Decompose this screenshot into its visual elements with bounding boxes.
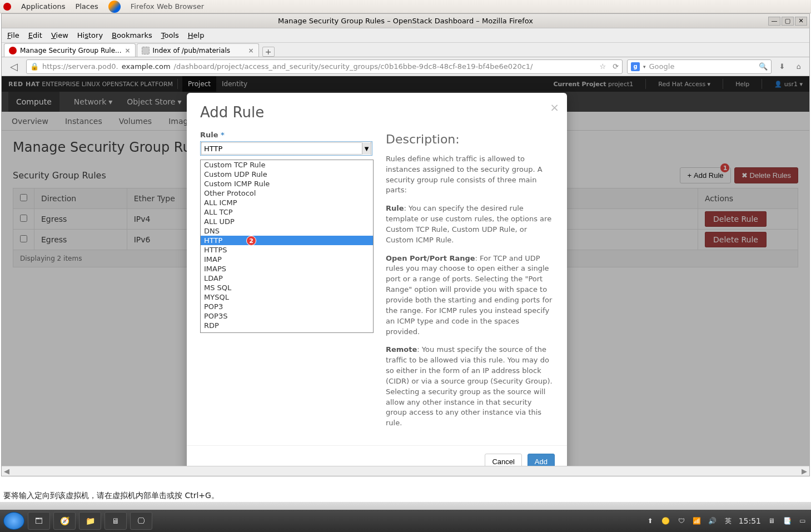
chevron-down-icon[interactable]: ▼ bbox=[362, 142, 371, 155]
tab-label: Manage Security Group Rule... bbox=[20, 47, 121, 54]
rule-option[interactable]: Custom UDP Rule bbox=[201, 170, 373, 179]
rule-option[interactable]: IMAP bbox=[201, 255, 373, 264]
tab-close-icon[interactable]: × bbox=[248, 47, 253, 54]
menu-edit[interactable]: Edit bbox=[28, 31, 42, 39]
menu-file[interactable]: File bbox=[7, 31, 19, 39]
rule-option[interactable]: MS SQL bbox=[201, 283, 373, 292]
search-icon[interactable]: 🔍 bbox=[759, 62, 768, 71]
firefox-icon[interactable] bbox=[108, 1, 121, 13]
url-bar[interactable]: 🔒 https://servera.pod0.example.com/dashb… bbox=[26, 59, 623, 74]
scroll-left-icon[interactable]: ◀ bbox=[4, 467, 9, 475]
rule-option[interactable]: ALL UDP bbox=[201, 217, 373, 226]
tray-icon[interactable]: 🛡 bbox=[676, 516, 686, 526]
rule-option[interactable]: HTTPS bbox=[201, 245, 373, 255]
vm-input-hint: 要将输入定向到该虚拟机，请在虚拟机内部单击或按 Ctrl+G。 bbox=[0, 490, 222, 502]
rule-select-value: HTTP bbox=[204, 145, 222, 153]
bookmark-star-icon[interactable]: ☆ bbox=[599, 62, 606, 71]
scroll-right-icon[interactable]: ▶ bbox=[802, 467, 807, 475]
active-app-title: Firefox Web Browser bbox=[131, 2, 204, 11]
tray-icon[interactable]: 🟡 bbox=[661, 516, 671, 526]
menu-help[interactable]: Help bbox=[188, 31, 205, 39]
taskbar-item[interactable]: 🖥 bbox=[105, 512, 127, 530]
tab-label: Index of /pub/materials bbox=[153, 47, 231, 54]
window-titlebar: Manage Security Group Rules – OpenStack … bbox=[2, 14, 809, 28]
rule-option[interactable]: SMTP bbox=[201, 330, 373, 333]
rule-select[interactable]: HTTP ▼ bbox=[200, 141, 372, 156]
tray-volume-icon[interactable]: 🔊 bbox=[708, 516, 718, 526]
favicon-icon bbox=[9, 47, 17, 54]
taskbar-item[interactable]: 🧭 bbox=[53, 512, 76, 530]
window-close-button[interactable]: ✕ bbox=[795, 17, 807, 26]
tray-icon[interactable]: 🖥 bbox=[767, 516, 777, 526]
description-intro: Rules define which traffic is allowed to… bbox=[386, 154, 554, 196]
add-button[interactable]: Add bbox=[528, 454, 555, 466]
windows-taskbar: 🗔 🧭 📁 🖥 🖵 ⬆ 🟡 🛡 📶 🔊 英 15:51 🖥 📑 ▭ bbox=[0, 510, 811, 532]
cancel-button[interactable]: Cancel bbox=[485, 454, 521, 466]
modal-close-icon[interactable]: × bbox=[550, 101, 559, 114]
firefox-window: Manage Security Group Rules – OpenStack … bbox=[1, 13, 810, 476]
modal-title: Add Rule bbox=[200, 104, 554, 121]
home-icon[interactable]: ⌂ bbox=[793, 61, 805, 73]
system-tray: ⬆ 🟡 🛡 📶 🔊 英 15:51 🖥 📑 ▭ bbox=[645, 516, 808, 526]
tab-openstack[interactable]: Manage Security Group Rule... × bbox=[4, 43, 136, 57]
url-text-prefix: https://servera.pod0. bbox=[42, 62, 118, 71]
rule-dropdown[interactable]: Custom TCP Rule Custom UDP Rule Custom I… bbox=[200, 160, 374, 333]
tray-icon[interactable]: ▭ bbox=[798, 516, 808, 526]
google-icon: g bbox=[631, 62, 640, 71]
rule-option[interactable]: Other Protocol bbox=[201, 188, 373, 198]
taskbar-item[interactable]: 🖵 bbox=[130, 512, 152, 530]
tray-ime-icon[interactable]: 英 bbox=[723, 516, 733, 526]
rule-option[interactable]: MYSQL bbox=[201, 292, 373, 302]
tab-index-materials[interactable]: Index of /pub/materials × bbox=[137, 43, 259, 57]
rule-option[interactable]: POP3 bbox=[201, 302, 373, 311]
window-maximize-button[interactable]: ▢ bbox=[782, 17, 794, 26]
firefox-tabstrip: Manage Security Group Rule... × Index of… bbox=[2, 43, 809, 57]
window-minimize-button[interactable]: — bbox=[768, 17, 780, 26]
rule-option[interactable]: Custom ICMP Rule bbox=[201, 179, 373, 188]
lock-icon: 🔒 bbox=[30, 62, 39, 71]
rule-option[interactable]: ALL TCP bbox=[201, 207, 373, 217]
gnome-top-panel: Applications Places Firefox Web Browser bbox=[0, 0, 811, 13]
description-rule: Rule: You can specify the desired rule t… bbox=[386, 203, 554, 245]
rule-option[interactable]: RDP bbox=[201, 321, 373, 330]
new-tab-button[interactable]: + bbox=[262, 47, 275, 57]
redhat-icon bbox=[3, 3, 11, 11]
rule-option[interactable]: DNS bbox=[201, 226, 373, 236]
rule-option[interactable]: Custom TCP Rule bbox=[201, 160, 373, 170]
search-caret-icon[interactable]: ▾ bbox=[643, 64, 646, 69]
rule-option[interactable]: ALL ICMP bbox=[201, 198, 373, 207]
add-rule-modal: × Add Rule Rule * HTTP ▼ Custom TCP Rule… bbox=[187, 93, 567, 466]
tab-close-icon[interactable]: × bbox=[125, 47, 130, 54]
rule-option[interactable]: POP3S bbox=[201, 311, 373, 321]
description-port: Open Port/Port Range: For TCP and UDP ru… bbox=[386, 253, 554, 337]
applications-menu[interactable]: Applications bbox=[21, 2, 65, 11]
tray-wifi-icon[interactable]: 📶 bbox=[692, 516, 702, 526]
favicon-icon bbox=[142, 47, 150, 54]
reload-icon[interactable]: ⟳ bbox=[613, 62, 619, 71]
search-bar[interactable]: g ▾ Google 🔍 bbox=[627, 59, 772, 74]
menu-bookmarks[interactable]: Bookmarks bbox=[112, 31, 152, 39]
back-button[interactable]: ◁ bbox=[6, 59, 22, 74]
firefox-menubar: File Edit View History Bookmarks Tools H… bbox=[2, 28, 809, 43]
description-heading: Description: bbox=[386, 131, 554, 148]
tray-icon[interactable]: 📑 bbox=[782, 516, 792, 526]
annotation-badge-2: 2 bbox=[246, 236, 256, 246]
window-title: Manage Security Group Rules – OpenStack … bbox=[278, 17, 533, 25]
start-button[interactable] bbox=[3, 512, 24, 530]
tray-clock[interactable]: 15:51 bbox=[739, 516, 761, 525]
rule-option-http[interactable]: HTTP 2 bbox=[201, 236, 373, 245]
url-text-domain: example.com bbox=[122, 62, 171, 71]
rule-option[interactable]: LDAP bbox=[201, 274, 373, 283]
menu-view[interactable]: View bbox=[51, 31, 68, 39]
taskbar-item[interactable]: 📁 bbox=[79, 512, 101, 530]
taskbar-item[interactable]: 🗔 bbox=[28, 512, 50, 530]
downloads-icon[interactable]: ⬇ bbox=[776, 61, 788, 73]
menu-tools[interactable]: Tools bbox=[161, 31, 179, 39]
rule-option[interactable]: IMAPS bbox=[201, 264, 373, 274]
menu-history[interactable]: History bbox=[77, 31, 103, 39]
page-content: RED HAT ENTERPRISE LINUX OPENSTACK PLATF… bbox=[2, 76, 809, 466]
places-menu[interactable]: Places bbox=[75, 2, 98, 11]
url-text-path: /dashboard/project/access_and_security/s… bbox=[174, 62, 533, 71]
tray-icon[interactable]: ⬆ bbox=[645, 516, 655, 526]
search-placeholder: Google bbox=[649, 62, 675, 71]
